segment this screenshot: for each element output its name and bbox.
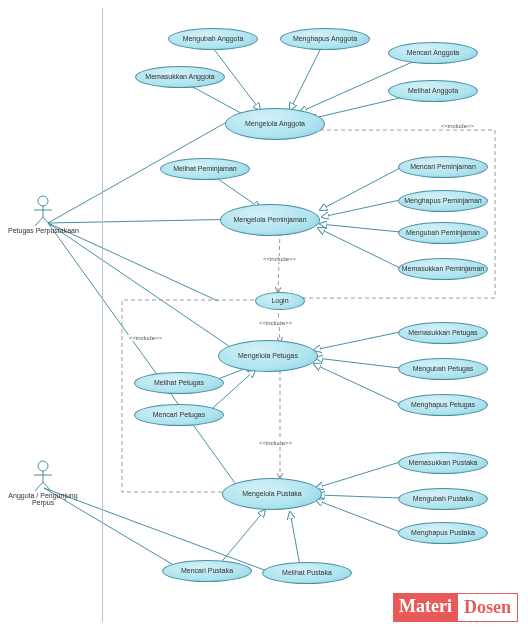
uc-memasukkan-petugas: Memasukkan Petugas bbox=[398, 322, 488, 344]
uc-melihat-anggota: Melihat Anggota bbox=[388, 80, 478, 102]
uc-mengelola-anggota: Mengelola Anggota bbox=[225, 108, 325, 140]
uc-memasukkan-pustaka: Memasukkan Pustaka bbox=[398, 452, 488, 474]
svg-point-35 bbox=[38, 461, 48, 471]
svg-line-33 bbox=[35, 217, 43, 226]
include-label: <<include>> bbox=[262, 256, 297, 262]
uc-menghapus-peminjaman: Menghapus Peminjaman bbox=[398, 190, 488, 212]
uc-mengelola-petugas: Mengelola Petugas bbox=[218, 340, 318, 372]
uc-menghapus-anggota: Menghapus Anggota bbox=[280, 28, 370, 50]
uc-mengubah-peminjaman: Mengubah Peminjaman bbox=[398, 222, 488, 244]
svg-line-39 bbox=[43, 482, 51, 491]
watermark-part1: Materi bbox=[393, 593, 458, 622]
uc-melihat-peminjaman: Melihat Peminjaman bbox=[160, 158, 250, 180]
uc-menghapus-petugas: Menghapus Petugas bbox=[398, 394, 488, 416]
uc-mengubah-anggota: Mengubah Anggota bbox=[168, 28, 258, 50]
uc-mengelola-peminjaman: Mengelola Peminjaman bbox=[220, 204, 320, 236]
uc-mengelola-pustaka: Mengelola Pustaka bbox=[222, 478, 322, 510]
uc-mencari-pustaka: Mencari Pustaka bbox=[162, 560, 252, 582]
watermark: Materi Dosen bbox=[393, 593, 518, 622]
actor-icon bbox=[32, 460, 54, 492]
actor-petugas: Petugas Perpustakaan bbox=[8, 195, 79, 234]
uc-mengubah-petugas: Mengubah Petugas bbox=[398, 358, 488, 380]
svg-line-38 bbox=[35, 482, 43, 491]
uc-melihat-petugas: Melihat Petugas bbox=[134, 372, 224, 394]
actor-anggota: Anggota / Pengunjung Perpus bbox=[8, 460, 78, 506]
uc-mencari-peminjaman: Mencari Peminjaman bbox=[398, 156, 488, 178]
include-label: <<include>> bbox=[128, 335, 163, 341]
svg-line-34 bbox=[43, 217, 51, 226]
uc-menghapus-pustaka: Menghapus Pustaka bbox=[398, 522, 488, 544]
include-label: <<include>> bbox=[258, 320, 293, 326]
uc-melihat-pustaka: Melihat Pustaka bbox=[262, 562, 352, 584]
watermark-part2: Dosen bbox=[458, 593, 518, 622]
include-label: <<include>> bbox=[258, 440, 293, 446]
uc-mencari-anggota: Mencari Anggota bbox=[388, 42, 478, 64]
uc-memasukkan-peminjaman: Memasukkan Peminjaman bbox=[398, 258, 488, 280]
actor-icon bbox=[32, 195, 54, 227]
uc-memasukkan-anggota: Memasukkan Anggota bbox=[135, 66, 225, 88]
include-label: <<include>> bbox=[440, 123, 475, 129]
uc-mengubah-pustaka: Mengubah Pustaka bbox=[398, 488, 488, 510]
uc-mencari-petugas: Mencari Petugas bbox=[134, 404, 224, 426]
actor-anggota-label: Anggota / Pengunjung Perpus bbox=[8, 492, 78, 506]
actor-petugas-label: Petugas Perpustakaan bbox=[8, 227, 79, 234]
uc-login: Login bbox=[255, 292, 305, 310]
svg-point-30 bbox=[38, 196, 48, 206]
